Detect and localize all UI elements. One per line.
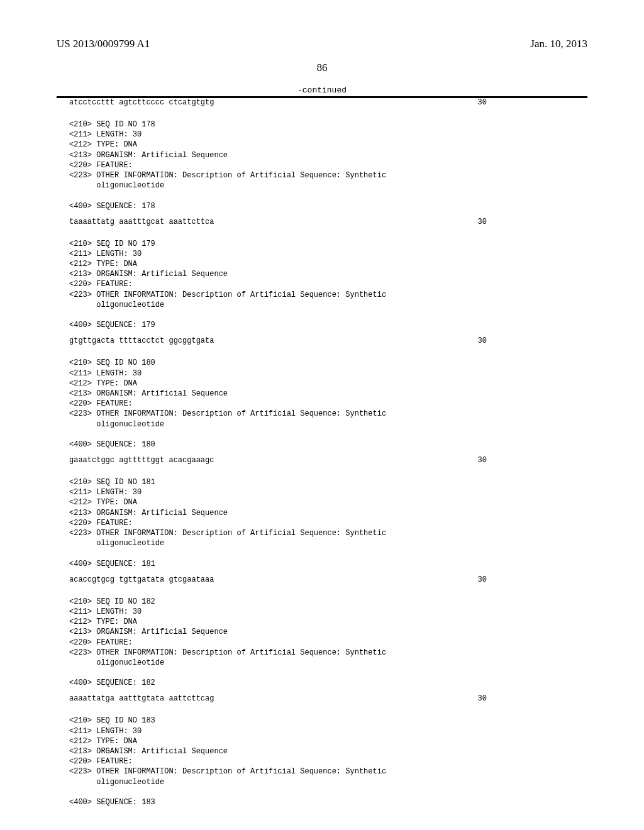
sequence-entry: <210> SEQ ID NO 182 <211> LENGTH: 30 <21… xyxy=(57,593,587,704)
sequence-length-marker: 30 xyxy=(478,336,487,345)
sequence-length-marker: 30 xyxy=(478,218,487,226)
sequence-entry: <210> SEQ ID NO 181 <211> LENGTH: 30 <21… xyxy=(57,473,587,584)
sequence-length-marker: 30 xyxy=(478,575,487,584)
sequence-data: gtgttgacta ttttacctct ggcggtgata xyxy=(69,336,214,345)
sequence-data: aaaattatga aatttgtata aattcttcag xyxy=(69,694,214,703)
sequence-listing-content: atcctccttt agtcttcccc ctcatgtgtg30<210> … xyxy=(57,98,587,814)
continued-label: -continued xyxy=(57,86,587,95)
sequence-data-line: aaaattatga aatttgtata aattcttcag30 xyxy=(69,694,575,703)
sequence-data: atcctccttt agtcttcccc ctcatgtgtg xyxy=(69,98,214,107)
sequence-data: taaaattatg aaatttgcat aaattcttca xyxy=(69,218,214,226)
publication-date: Jan. 10, 2013 xyxy=(530,38,587,50)
sequence-length-marker: 30 xyxy=(478,694,487,703)
sequence-header-block: <210> SEQ ID NO 178 <211> LENGTH: 30 <21… xyxy=(69,116,575,211)
sequence-entry: <210> SEQ ID NO 180 <211> LENGTH: 30 <21… xyxy=(57,354,587,465)
sequence-data-line: gtgttgacta ttttacctct ggcggtgata30 xyxy=(69,336,575,345)
publication-number: US 2013/0009799 A1 xyxy=(57,38,150,50)
sequence-data-line: gaaatctggc agtttttggt acacgaaagc30 xyxy=(69,456,575,465)
sequence-header-block: <210> SEQ ID NO 179 <211> LENGTH: 30 <21… xyxy=(69,235,575,331)
page-container: US 2013/0009799 A1 Jan. 10, 2013 86 -con… xyxy=(0,0,644,830)
sequence-entry: <210> SEQ ID NO 178 <211> LENGTH: 30 <21… xyxy=(57,116,587,226)
sequence-data-line: taaaattatg aaatttgcat aaattcttca30 xyxy=(69,218,575,226)
sequence-entry: <210> SEQ ID NO 183 <211> LENGTH: 30 <21… xyxy=(57,712,587,814)
sequence-data-line: acaccgtgcg tgttgatata gtcgaataaa30 xyxy=(69,575,575,584)
sequence-header-block: <210> SEQ ID NO 183 <211> LENGTH: 30 <21… xyxy=(69,712,575,807)
sequence-data-line: atcctccttt agtcttcccc ctcatgtgtg30 xyxy=(69,98,575,107)
sequence-entry: <210> SEQ ID NO 179 <211> LENGTH: 30 <21… xyxy=(57,235,587,346)
sequence-header-block: <210> SEQ ID NO 181 <211> LENGTH: 30 <21… xyxy=(69,473,575,569)
page-number: 86 xyxy=(57,62,587,74)
sequence-length-marker: 30 xyxy=(478,98,487,107)
sequence-length-marker: 30 xyxy=(478,456,487,465)
sequence-header-block: <210> SEQ ID NO 182 <211> LENGTH: 30 <21… xyxy=(69,593,575,689)
sequence-header-block: <210> SEQ ID NO 180 <211> LENGTH: 30 <21… xyxy=(69,354,575,450)
sequence-data: acaccgtgcg tgttgatata gtcgaataaa xyxy=(69,575,214,584)
page-header: US 2013/0009799 A1 Jan. 10, 2013 xyxy=(57,38,587,50)
sequence-data: gaaatctggc agtttttggt acacgaaagc xyxy=(69,456,214,465)
